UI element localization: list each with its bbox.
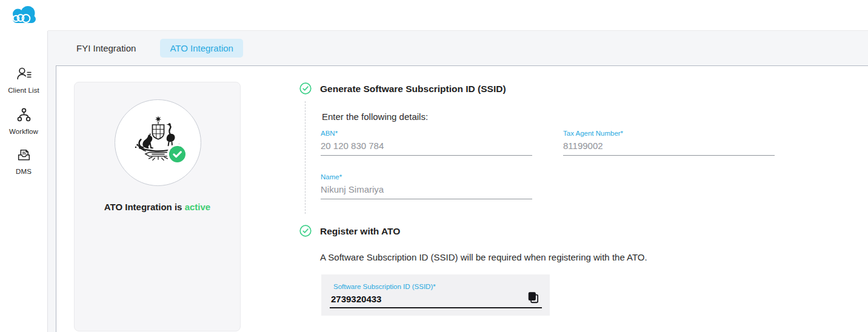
tax-agent-number-field: Tax Agent Number*	[563, 130, 775, 156]
client-list-icon	[16, 66, 32, 84]
top-bar	[48, 0, 868, 31]
step1-intro: Enter the following details:	[322, 111, 428, 122]
step2-description: A Software Subscription ID (SSID) will b…	[320, 252, 647, 262]
dms-icon	[16, 147, 32, 165]
abn-input[interactable]	[321, 139, 532, 156]
copy-ssid-button[interactable]	[526, 291, 541, 305]
tab-bar: FYI Integration ATO Integration	[48, 31, 868, 65]
step2-title: Register with ATO	[320, 226, 400, 237]
content-panel: ATO Integration is active Generate Softw…	[56, 65, 868, 332]
abn-field: ABN*	[321, 130, 532, 156]
workflow-icon	[16, 107, 32, 125]
sidebar-item-label: DMS	[16, 168, 32, 175]
step-connector-line	[305, 101, 305, 214]
name-label: Name*	[321, 173, 532, 181]
ssid-input[interactable]	[330, 293, 542, 308]
name-field: Name*	[321, 173, 532, 199]
copy-icon	[527, 297, 540, 306]
abn-label: ABN*	[321, 130, 532, 137]
sidebar-item-dms[interactable]: DMS	[0, 147, 47, 175]
status-text: ATO Integration is active	[75, 202, 240, 212]
ssid-label: Software Subscription ID (SSID)*	[333, 283, 436, 290]
ato-emblem-circle	[115, 99, 201, 186]
step2-check-circle-icon	[299, 225, 312, 237]
name-input[interactable]	[321, 183, 532, 199]
tab-ato-integration[interactable]: ATO Integration	[160, 39, 243, 58]
step1-title: Generate Software Subscription ID (SSID)	[320, 84, 506, 95]
sidebar: Client List Workflow	[0, 31, 48, 332]
ato-status-card: ATO Integration is active	[74, 82, 241, 331]
app-logo[interactable]	[0, 0, 48, 31]
status-badge: active	[185, 202, 211, 212]
status-text-prefix: ATO Integration is	[104, 202, 182, 212]
australian-coat-of-arms-icon	[126, 114, 190, 171]
tab-fyi-integration[interactable]: FYI Integration	[67, 39, 145, 58]
sidebar-item-workflow[interactable]: Workflow	[0, 107, 47, 135]
ssid-box: Software Subscription ID (SSID)*	[321, 274, 550, 316]
step1-check-circle-icon	[299, 82, 312, 95]
sidebar-item-client-list[interactable]: Client List	[0, 66, 47, 94]
sidebar-item-label: Workflow	[9, 128, 38, 135]
app-window: Client List Workflow	[0, 0, 868, 332]
cloud-logo-icon	[10, 5, 38, 26]
tax-agent-number-input[interactable]	[563, 139, 775, 156]
tax-agent-number-label: Tax Agent Number*	[563, 130, 775, 137]
check-badge-icon	[169, 146, 185, 162]
sidebar-item-label: Client List	[8, 87, 39, 94]
